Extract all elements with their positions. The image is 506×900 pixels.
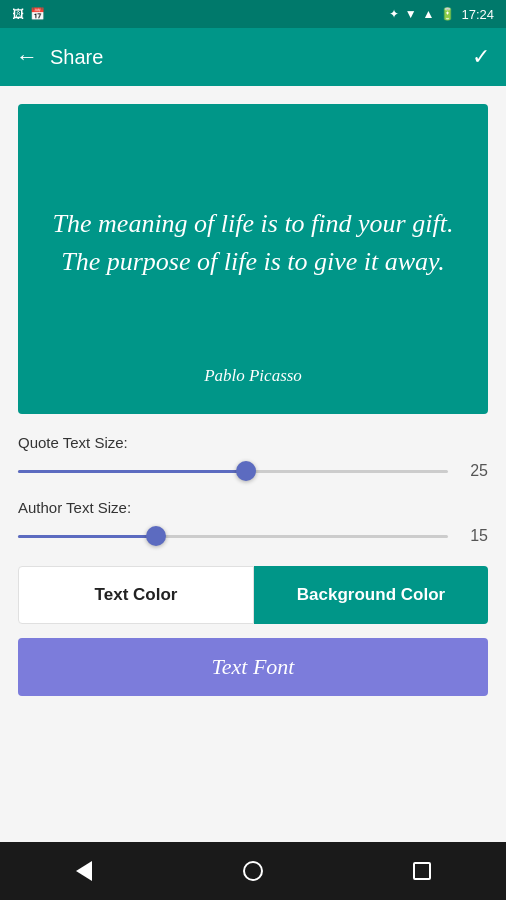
quote-text-size-label: Quote Text Size: (18, 434, 488, 451)
calendar-status-icon: 📅 (30, 7, 45, 21)
author-slider-thumb[interactable] (146, 526, 166, 546)
toolbar-left: ← Share (16, 44, 103, 70)
background-color-button[interactable]: Background Color (254, 566, 488, 624)
back-button[interactable]: ← (16, 44, 38, 70)
confirm-button[interactable]: ✓ (472, 44, 490, 70)
nav-bar (0, 842, 506, 900)
wifi-icon: ▼ (405, 7, 417, 21)
image-status-icon: 🖼 (12, 7, 24, 21)
quote-text-size-slider[interactable] (18, 461, 448, 481)
quote-text-size-value: 25 (460, 462, 488, 480)
toolbar: ← Share ✓ (0, 28, 506, 86)
author-text-size-value: 15 (460, 527, 488, 545)
signal-icon: ▲ (423, 7, 435, 21)
nav-home-button[interactable] (233, 851, 273, 891)
quote-slider-thumb[interactable] (236, 461, 256, 481)
author-text-size-slider[interactable] (18, 526, 448, 546)
battery-icon: 🔋 (440, 7, 455, 21)
author-text-size-row: 15 (18, 526, 488, 546)
quote-text-size-row: 25 (18, 461, 488, 481)
text-color-button[interactable]: Text Color (18, 566, 254, 624)
bluetooth-icon: ✦ (389, 7, 399, 21)
author-text-size-label: Author Text Size: (18, 499, 488, 516)
status-bar: 🖼 📅 ✦ ▼ ▲ 🔋 17:24 (0, 0, 506, 28)
nav-back-button[interactable] (64, 851, 104, 891)
toolbar-title: Share (50, 46, 103, 69)
author-slider-fill (18, 535, 156, 538)
nav-recent-button[interactable] (402, 851, 442, 891)
quote-size-control: Quote Text Size: 25 (0, 430, 506, 495)
text-font-button[interactable]: Text Font (18, 638, 488, 696)
quote-card: The meaning of life is to find your gift… (18, 104, 488, 414)
quote-author: Pablo Picasso (46, 366, 460, 386)
color-buttons: Text Color Background Color (18, 566, 488, 624)
status-bar-right: ✦ ▼ ▲ 🔋 17:24 (389, 7, 494, 22)
status-time: 17:24 (461, 7, 494, 22)
nav-recent-icon (413, 862, 431, 880)
nav-home-icon (243, 861, 263, 881)
quote-text: The meaning of life is to find your gift… (46, 140, 460, 346)
status-bar-left: 🖼 📅 (12, 7, 45, 21)
nav-back-icon (76, 861, 92, 881)
main-content: The meaning of life is to find your gift… (0, 86, 506, 842)
quote-slider-fill (18, 470, 246, 473)
author-size-control: Author Text Size: 15 (0, 495, 506, 560)
